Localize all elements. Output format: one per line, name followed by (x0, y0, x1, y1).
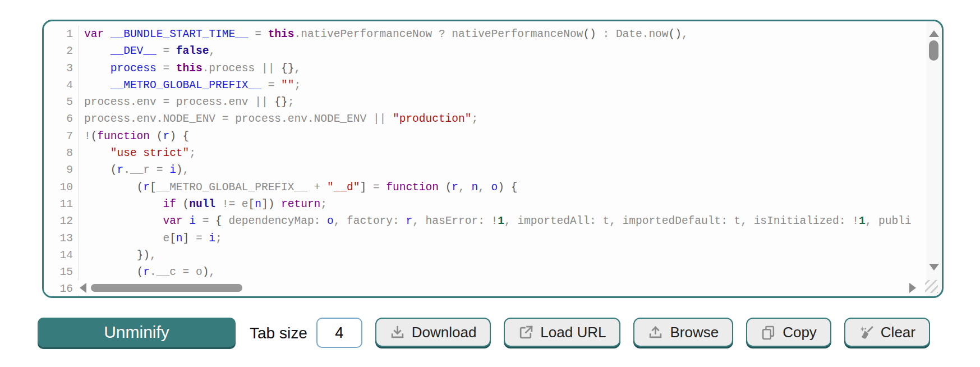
scroll-up-arrow-icon[interactable] (929, 30, 939, 37)
line-number: 1 (44, 26, 73, 43)
code-line: process.env = process.env || {}; (84, 94, 942, 111)
scroll-left-arrow-icon[interactable] (80, 283, 86, 293)
code-line: "use strict"; (84, 145, 942, 162)
line-number: 14 (44, 247, 73, 264)
copy-label: Copy (783, 324, 817, 341)
code-line: if (null != e[n]) return; (84, 196, 942, 213)
line-number: 8 (44, 145, 73, 162)
line-number: 7 (44, 128, 73, 145)
line-number: 5 (44, 94, 73, 111)
code-line: __DEV__ = false, (84, 43, 942, 59)
external-link-icon (518, 325, 533, 340)
line-number: 11 (44, 196, 73, 213)
vertical-scrollbar[interactable] (926, 21, 942, 296)
load-url-button[interactable]: Load URL (504, 318, 620, 347)
code-line: process = this.process || {}, (84, 60, 942, 77)
copy-button[interactable]: Copy (746, 318, 831, 347)
unminify-page: 12345678910111213141516 var __BUNDLE_STA… (0, 0, 980, 367)
code-line: (r.__c = o), (84, 264, 942, 281)
code-area[interactable]: 12345678910111213141516 var __BUNDLE_STA… (44, 21, 942, 296)
clear-label: Clear (881, 324, 915, 341)
button-group: Download Load URL Brow (375, 318, 930, 347)
code-line: var __BUNDLE_START_TIME__ = this.nativeP… (84, 26, 942, 43)
code-line: (r.__r = i), (84, 162, 942, 178)
browse-button[interactable]: Browse (633, 318, 733, 347)
scroll-right-arrow-icon[interactable] (909, 283, 916, 293)
code-line: !(function (r) { (84, 128, 942, 145)
toolbar: Unminify Tab size Download (38, 318, 930, 349)
load-url-label: Load URL (540, 324, 606, 341)
tab-size-input[interactable] (316, 318, 362, 348)
browse-label: Browse (670, 324, 719, 341)
tab-size-label: Tab size (250, 324, 307, 342)
line-number: 6 (44, 111, 73, 127)
horizontal-scrollbar[interactable] (75, 281, 918, 295)
code-line: (r[__METRO_GLOBAL_PREFIX__ + "__d"] = fu… (84, 179, 942, 196)
scroll-down-arrow-icon[interactable] (929, 264, 939, 270)
line-number: 9 (44, 162, 73, 178)
code-editor[interactable]: 12345678910111213141516 var __BUNDLE_STA… (42, 20, 944, 298)
download-icon (390, 325, 405, 340)
code-line: __METRO_GLOBAL_PREFIX__ = ""; (84, 77, 942, 94)
line-number: 15 (44, 264, 73, 281)
clear-button[interactable]: Clear (844, 318, 930, 347)
line-number: 12 (44, 213, 73, 230)
upload-icon (648, 325, 663, 340)
horizontal-scroll-track[interactable] (86, 281, 909, 295)
download-label: Download (412, 324, 477, 341)
vertical-scroll-thumb[interactable] (929, 40, 938, 61)
line-number: 3 (44, 60, 73, 77)
line-number: 10 (44, 179, 73, 196)
code-content[interactable]: var __BUNDLE_START_TIME__ = this.nativeP… (79, 26, 942, 296)
download-button[interactable]: Download (375, 318, 491, 347)
code-line: process.env.NODE_ENV = process.env.NODE_… (84, 111, 942, 127)
line-number: 2 (44, 43, 73, 59)
resize-grip-icon[interactable] (925, 280, 938, 293)
line-number-gutter: 12345678910111213141516 (44, 26, 79, 296)
code-line: }), (84, 247, 942, 264)
line-number: 16 (44, 281, 73, 297)
horizontal-scroll-thumb[interactable] (91, 284, 242, 292)
line-number: 4 (44, 77, 73, 94)
unminify-button[interactable]: Unminify (38, 318, 236, 347)
code-line: var i = { dependencyMap: o, factory: r, … (84, 213, 942, 230)
code-line: e[n] = i; (84, 230, 942, 247)
broom-icon (859, 325, 874, 340)
line-number: 13 (44, 230, 73, 247)
copy-icon (761, 325, 776, 340)
